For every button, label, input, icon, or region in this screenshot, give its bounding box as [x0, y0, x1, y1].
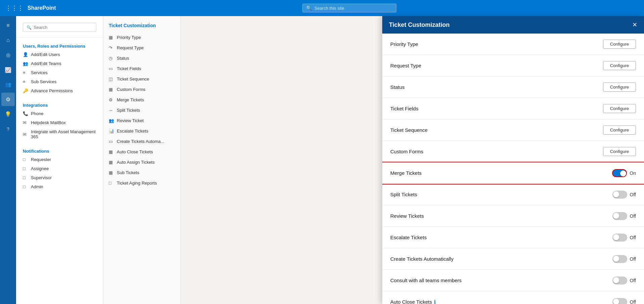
settings-item-auto-close-tickets[interactable]: ▦ Auto Close Tickets: [103, 147, 180, 157]
nav-item-add-edit-teams[interactable]: 👥 Add/Edit Teams: [16, 59, 103, 68]
config-row-review-tickets: Review Tickets Off: [382, 205, 644, 227]
nav-item-label: Services: [31, 70, 48, 75]
escalate-tickets-toggle[interactable]: [612, 234, 627, 242]
sidebar-item-people[interactable]: 👥: [1, 78, 15, 91]
custom-forms-configure-button[interactable]: Configure: [603, 147, 636, 156]
nav-item-helpdesk-mailbox[interactable]: ✉ Helpdesk MailBox: [16, 118, 103, 127]
nav-item-sub-services[interactable]: ≡ Sub Services: [16, 77, 103, 86]
ticket-sequence-configure-button[interactable]: Configure: [603, 125, 636, 135]
nav-section-title-notifications: Notifications: [16, 147, 103, 155]
auto-close-icon: ▦: [109, 149, 114, 154]
nav-item-label: Add/Edit Teams: [31, 61, 61, 66]
sidebar-item-globe[interactable]: ◎: [1, 48, 15, 62]
review-tickets-toggle-wrap: Off: [612, 212, 636, 220]
ticket-fields-configure-button[interactable]: Configure: [603, 104, 636, 113]
merge-tickets-toggle[interactable]: [612, 169, 627, 177]
config-row-escalate-tickets: Escalate Tickets Off: [382, 227, 644, 248]
main-layout: ≡ ⌂ ◎ 📈 👥 ⚙ 💡 ? 🔍 Users, Roles and Permi…: [0, 16, 644, 304]
escalate-tickets-knob: [613, 234, 619, 240]
split-tickets-toggle[interactable]: [612, 191, 627, 199]
request-type-configure-button[interactable]: Configure: [603, 61, 636, 70]
settings-panel-title: Ticket Customization: [103, 21, 180, 32]
nav-item-add-edit-users[interactable]: 👤 Add/Edit Users: [16, 50, 103, 59]
topbar-search[interactable]: 🔍: [302, 4, 396, 12]
settings-item-split-tickets[interactable]: ↔ Split Tickets: [103, 105, 180, 115]
settings-item-ticket-sequence[interactable]: ◫ Ticket Sequence: [103, 74, 180, 84]
nav-item-assignee[interactable]: □ Assignee: [16, 164, 103, 173]
nav-item-asset-management[interactable]: ✉ Integrate with Asset Management 365: [16, 127, 103, 141]
sidebar-item-analytics[interactable]: 📈: [1, 63, 15, 77]
settings-item-status[interactable]: ◷ Status: [103, 53, 180, 63]
nav-search-icon: 🔍: [27, 25, 32, 30]
create-tickets-auto-toggle[interactable]: [612, 255, 627, 263]
overlay-panel: Ticket Customization ✕ Priority Type Con…: [382, 16, 644, 304]
sidebar-item-settings[interactable]: ⚙: [1, 93, 15, 106]
asset-icon: ✉: [23, 132, 28, 137]
escalate-tickets-toggle-wrap: Off: [612, 234, 636, 242]
settings-item-ticket-aging[interactable]: □ Ticket Aging Reports: [103, 178, 180, 188]
aging-icon: □: [109, 181, 114, 186]
nav-section-integrations: Integrations 📞 Phone ✉ Helpdesk MailBox …: [16, 101, 103, 141]
settings-item-ticket-fields[interactable]: ▭ Ticket Fields: [103, 63, 180, 74]
nav-item-phone[interactable]: 📞 Phone: [16, 109, 103, 118]
nav-item-label: Assignee: [31, 166, 49, 171]
settings-item-custom-forms[interactable]: ▦ Custom Forms: [103, 84, 180, 95]
create-tickets-auto-knob: [613, 256, 619, 262]
topbar-search-input[interactable]: [314, 6, 393, 11]
settings-item-merge-tickets[interactable]: ⚙ Merge Tickets: [103, 95, 180, 105]
auto-close-info-icon[interactable]: ℹ: [434, 299, 436, 304]
consult-teams-toggle[interactable]: [612, 276, 627, 285]
overlay-close-button[interactable]: ✕: [632, 22, 637, 28]
app-launcher-icon[interactable]: ⋮⋮⋮: [5, 4, 23, 12]
config-row-status: Status Configure: [382, 77, 644, 98]
consult-teams-label: Consult with all teams members: [390, 277, 462, 283]
settings-item-priority-type[interactable]: ▦ Priority Type: [103, 32, 180, 43]
config-row-custom-forms: Custom Forms Configure: [382, 141, 644, 162]
search-icon: 🔍: [306, 5, 312, 11]
ticket-fields-label: Ticket Fields: [390, 106, 418, 111]
auto-close-tickets-label: Auto Close Tickets ℹ: [390, 299, 436, 304]
consult-teams-state: Off: [630, 278, 636, 283]
nav-item-requester[interactable]: □ Requester: [16, 155, 103, 164]
nav-search-input[interactable]: [34, 25, 93, 30]
ticket-sequence-label: Ticket Sequence: [390, 127, 428, 133]
split-tickets-knob: [613, 191, 619, 197]
nav-search-box[interactable]: 🔍: [23, 23, 96, 32]
nav-item-admin[interactable]: □ Admin: [16, 182, 103, 191]
settings-item-sub-tickets[interactable]: ▦ Sub Tickets: [103, 167, 180, 178]
merge-icon: ⚙: [109, 97, 114, 102]
config-row-ticket-fields: Ticket Fields Configure: [382, 98, 644, 119]
settings-item-escalate-tickets[interactable]: 📊 Escalate Tickets: [103, 126, 180, 136]
nav-item-label: Sub Services: [31, 79, 57, 84]
nav-item-services[interactable]: ≡ Services: [16, 68, 103, 77]
assignee-icon: □: [23, 166, 28, 171]
sidebar-item-help[interactable]: ?: [1, 122, 15, 136]
sidebar-item-ideas[interactable]: 💡: [1, 107, 15, 121]
auto-close-tickets-toggle[interactable]: [612, 298, 627, 304]
escalate-icon: 📊: [109, 129, 114, 134]
nav-item-label: Advance Permissions: [31, 88, 73, 93]
settings-item-auto-assign-tickets[interactable]: ▦ Auto Assign Tickets: [103, 157, 180, 167]
sidebar-item-menu[interactable]: ≡: [1, 19, 15, 32]
split-tickets-toggle-wrap: Off: [612, 191, 636, 199]
nav-item-advance-permissions[interactable]: 🔑 Advance Permissions: [16, 86, 103, 95]
status-configure-button[interactable]: Configure: [603, 83, 636, 92]
priority-type-configure-button[interactable]: Configure: [603, 40, 636, 49]
review-tickets-knob: [613, 213, 619, 219]
custom-forms-label: Custom Forms: [390, 149, 423, 154]
nav-panel: 🔍 Users, Roles and Permissions 👤 Add/Edi…: [16, 16, 103, 304]
settings-item-review-ticket[interactable]: 👥 Review Ticket: [103, 115, 180, 126]
sidebar-item-home[interactable]: ⌂: [1, 34, 15, 47]
review-icon: 👥: [109, 118, 114, 123]
supervisor-icon: □: [23, 175, 28, 180]
review-tickets-toggle[interactable]: [612, 212, 627, 220]
auto-close-tickets-state: Off: [630, 299, 636, 304]
settings-item-create-tickets-automatically[interactable]: ▭ Create Tickets Automa...: [103, 136, 180, 147]
request-type-label: Request Type: [390, 63, 421, 68]
priority-type-icon: ▦: [109, 35, 114, 40]
consult-teams-knob: [613, 277, 619, 283]
settings-item-request-type[interactable]: ↷ Request Type: [103, 43, 180, 53]
nav-item-label: Phone: [31, 111, 44, 116]
permissions-icon: 🔑: [23, 88, 28, 93]
nav-item-supervisor[interactable]: □ Supervisor: [16, 173, 103, 182]
